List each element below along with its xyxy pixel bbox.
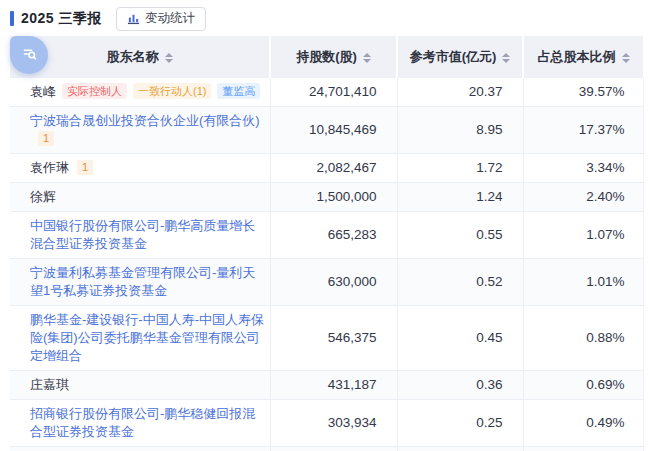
tag-director-supervisor: 董监高 [217, 83, 260, 99]
col-header-shareholder-name[interactable]: 股东名称 [10, 36, 270, 78]
search-filter-fab[interactable] [10, 36, 48, 74]
tag-concerted-actor: 一致行动人(1) [133, 83, 211, 99]
table-row: 鹏华基金-建设银行-中国人寿-中国人寿保险(集团)公司委托鹏华基金管理有限公司定… [10, 306, 643, 371]
sort-icon[interactable] [363, 53, 371, 63]
report-header: 2025 三季报 变动统计 [0, 0, 650, 36]
pct-of-capital: 2.40% [523, 183, 643, 212]
shares-held: 303,934 [270, 400, 397, 447]
shareholder-name-link[interactable]: 鹏华基金-建设银行-中国人寿-中国人寿保险(集团)公司委托鹏华基金管理有限公司定… [30, 312, 264, 363]
table-row: 招商银行股份有限公司-鹏华稳健回报混合型证券投资基金 303,934 0.25 … [10, 400, 643, 447]
pct-of-capital: 17.37% [523, 107, 643, 154]
title-accent-bar [10, 11, 14, 26]
col-label: 持股数(股) [296, 49, 357, 64]
sort-icon[interactable] [165, 53, 173, 63]
bar-chart-icon [127, 12, 140, 25]
page-title: 2025 三季报 [21, 10, 102, 28]
shares-held: 546,375 [270, 306, 397, 371]
shares-held: 24,701,410 [270, 78, 397, 107]
shareholder-name-link[interactable]: 中国银行股份有限公司-鹏华高质量增长混合型证券投资基金 [30, 218, 255, 251]
col-label: 股东名称 [107, 49, 159, 64]
market-value: 1.24 [397, 183, 523, 212]
shares-held: 270,000 [270, 447, 397, 451]
list-search-icon [20, 44, 38, 66]
count-badge: 1 [38, 131, 54, 146]
market-value: 0.36 [397, 371, 523, 400]
change-statistics-button[interactable]: 变动统计 [116, 7, 206, 31]
table-row: 宁波瑞合晟创业投资合伙企业(有限合伙)1 10,845,469 8.95 17.… [10, 107, 643, 154]
shares-held: 1,500,000 [270, 183, 397, 212]
col-header-shares-held[interactable]: 持股数(股) [270, 36, 397, 78]
market-value: 0.52 [397, 259, 523, 306]
shares-held: 10,845,469 [270, 107, 397, 154]
pct-of-capital: 0.69% [523, 371, 643, 400]
change-statistics-label: 变动统计 [145, 10, 195, 27]
pct-of-capital: 3.34% [523, 154, 643, 183]
shareholder-name: 袁峰 [30, 84, 56, 99]
shares-held: 431,187 [270, 371, 397, 400]
col-header-pct-of-capital[interactable]: 占总股本比例 [523, 36, 643, 78]
pct-of-capital: 0.43% [523, 447, 643, 451]
shareholder-name: 徐辉 [30, 189, 56, 204]
table-row: 袁作琳1 2,082,467 1.72 3.34% [10, 154, 643, 183]
market-value: 0.55 [397, 212, 523, 259]
shareholder-name-link[interactable]: 招商银行股份有限公司-鹏华稳健回报混合型证券投资基金 [30, 406, 255, 439]
market-value: 1.72 [397, 154, 523, 183]
col-label: 占总股本比例 [538, 49, 616, 64]
pct-of-capital: 1.07% [523, 212, 643, 259]
count-badge: 1 [77, 160, 93, 175]
table-header-row: 股东名称 持股数(股) 参考市值(亿元) 占总股本比例 [10, 36, 643, 78]
shares-held: 630,000 [270, 259, 397, 306]
table-row: 袁峰实际控制人一致行动人(1)董监高 24,701,410 20.37 39.5… [10, 78, 643, 107]
market-value: 0.45 [397, 306, 523, 371]
table-row: 庄嘉琪 431,187 0.36 0.69% [10, 371, 643, 400]
shareholder-name: 袁作琳 [30, 160, 69, 175]
table-row: 中国银行股份有限公司-鹏华高质量增长混合型证券投资基金 665,283 0.55… [10, 212, 643, 259]
pct-of-capital: 0.49% [523, 400, 643, 447]
shareholder-name: 庄嘉琪 [30, 377, 69, 392]
market-value: 0.25 [397, 400, 523, 447]
pct-of-capital: 0.88% [523, 306, 643, 371]
table-row: 徐辉 1,500,000 1.24 2.40% [10, 183, 643, 212]
market-value: 8.95 [397, 107, 523, 154]
shareholder-name-link[interactable]: 宁波量利私募基金管理有限公司-量利天望1号私募证券投资基金 [30, 265, 255, 298]
shares-held: 2,082,467 [270, 154, 397, 183]
tag-actual-controller: 实际控制人 [62, 83, 127, 99]
shareholder-name-link[interactable]: 宁波瑞合晟创业投资合伙企业(有限合伙) [30, 113, 260, 128]
shareholders-table: 股东名称 持股数(股) 参考市值(亿元) 占总股本比例 袁峰实际控制人一致行动人… [10, 36, 643, 451]
sort-icon[interactable] [622, 53, 630, 63]
sort-icon[interactable] [502, 53, 510, 63]
pct-of-capital: 1.01% [523, 259, 643, 306]
shares-held: 665,283 [270, 212, 397, 259]
col-header-market-value[interactable]: 参考市值(亿元) [397, 36, 523, 78]
table-row: 沈凡 270,000 0.22 0.43% [10, 447, 643, 451]
table-row: 宁波量利私募基金管理有限公司-量利天望1号私募证券投资基金 630,000 0.… [10, 259, 643, 306]
col-label: 参考市值(亿元) [410, 49, 497, 64]
pct-of-capital: 39.57% [523, 78, 643, 107]
market-value: 0.22 [397, 447, 523, 451]
market-value: 20.37 [397, 78, 523, 107]
